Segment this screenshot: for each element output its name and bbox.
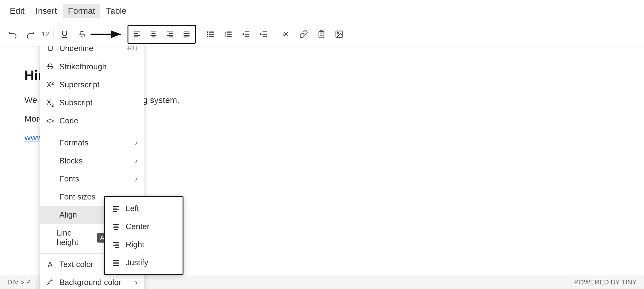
fonts-label: Fonts (59, 174, 79, 184)
svg-rect-50 (113, 207, 117, 208)
background-color-icon: 🖍 (46, 279, 54, 286)
svg-rect-64 (113, 265, 119, 266)
align-left-label: Left (126, 204, 139, 213)
align-right-toolbar-btn[interactable] (162, 26, 178, 42)
svg-rect-34 (245, 36, 250, 37)
align-buttons-group (128, 25, 196, 44)
svg-rect-53 (113, 224, 119, 225)
history-count: 12 (40, 30, 50, 38)
svg-rect-29 (227, 31, 232, 33)
align-right-item[interactable]: Right (105, 236, 183, 254)
formats-arrow: › (135, 138, 138, 148)
subscript-label: Subscript (59, 98, 92, 108)
subscript-icon: X2 (46, 98, 54, 108)
bullet-list-toolbar-btn[interactable] (202, 26, 218, 42)
svg-rect-49 (113, 206, 119, 207)
format-fonts-item[interactable]: Fonts › (40, 170, 144, 188)
link-toolbar-btn[interactable] (296, 26, 312, 42)
svg-rect-9 (152, 33, 156, 34)
undo-button[interactable] (5, 26, 21, 42)
align-center-icon (111, 223, 121, 231)
svg-rect-4 (134, 31, 140, 32)
numbered-list-toolbar-btn[interactable]: 1. 2. 3. (220, 26, 236, 42)
align-justify-icon (111, 259, 121, 267)
svg-rect-52 (113, 211, 117, 212)
formats-label: Formats (59, 138, 88, 148)
underline-shortcut: ⌘U (126, 46, 138, 52)
svg-rect-57 (113, 242, 119, 243)
blocks-label: Blocks (59, 156, 83, 166)
align-left-toolbar-btn[interactable] (129, 26, 145, 42)
align-center-label: Center (126, 222, 150, 231)
format-blocks-item[interactable]: Blocks › (40, 152, 144, 170)
superscript-icon: X2 (46, 81, 54, 89)
format-formats-item[interactable]: Formats › (40, 134, 144, 152)
svg-rect-13 (169, 33, 173, 34)
image-toolbar-btn[interactable] (331, 26, 347, 42)
underline-label: Underline (59, 46, 93, 53)
redo-button[interactable] (23, 26, 39, 42)
menu-format[interactable]: Format (63, 4, 100, 18)
svg-rect-23 (209, 31, 214, 33)
powered-by: POWERED BY TINY (574, 278, 637, 286)
align-left-icon (111, 205, 121, 213)
svg-rect-10 (151, 35, 157, 36)
background-color-arrow: › (135, 278, 138, 287)
font-sizes-label: Font sizes (59, 192, 96, 202)
format-subscript-item[interactable]: X2 Subscript (40, 94, 144, 112)
format-superscript-item[interactable]: X2 Superscript (40, 76, 144, 94)
underline-toolbar-btn[interactable] (57, 26, 72, 42)
align-justify-label: Justify (126, 258, 148, 267)
blocks-arrow: › (135, 156, 138, 166)
menu-edit[interactable]: Edit (5, 4, 29, 18)
format-underline-item[interactable]: U Underline ⌘U (40, 46, 144, 57)
svg-rect-11 (152, 36, 156, 37)
svg-rect-25 (209, 36, 214, 37)
svg-rect-59 (113, 245, 119, 246)
svg-rect-55 (113, 227, 119, 228)
strikethrough-toolbar-btn[interactable] (74, 26, 90, 42)
align-center-item[interactable]: Center (105, 218, 183, 236)
align-left-item[interactable]: Left (105, 199, 183, 218)
svg-rect-61 (113, 260, 119, 261)
align-label: Align (59, 210, 77, 220)
svg-rect-24 (209, 34, 214, 35)
toolbar-sep-1 (53, 28, 54, 40)
strikethrough-label: Strikethrough (59, 62, 107, 71)
clipboard-toolbar-btn[interactable] (313, 26, 329, 42)
svg-rect-38 (263, 36, 267, 37)
indent-toolbar-btn[interactable] (256, 26, 272, 42)
editor-wrapper: Edit Insert Format Table 12 (0, 0, 644, 289)
svg-marker-39 (260, 33, 262, 35)
remove-format-toolbar-btn[interactable]: I (278, 26, 294, 42)
format-code-item[interactable]: <> Code (40, 112, 144, 130)
svg-rect-33 (245, 34, 250, 35)
underline-icon: U (46, 46, 54, 53)
svg-rect-37 (263, 34, 267, 35)
svg-rect-60 (115, 247, 119, 248)
toolbar-sep-3 (275, 28, 275, 40)
svg-rect-31 (227, 36, 232, 37)
svg-rect-17 (184, 33, 190, 34)
align-right-label: Right (126, 240, 144, 249)
align-justify-item[interactable]: Justify (105, 254, 183, 272)
svg-rect-18 (184, 35, 190, 36)
align-submenu: Left Center (104, 196, 183, 275)
menu-insert[interactable]: Insert (31, 4, 62, 18)
svg-point-21 (207, 33, 209, 35)
menu-bar: Edit Insert Format Table (0, 0, 644, 22)
svg-rect-8 (151, 31, 157, 32)
outdent-toolbar-btn[interactable] (238, 26, 254, 42)
format-strikethrough-item[interactable]: S Strikethrough (40, 57, 144, 76)
toolbar-sep-2 (199, 28, 199, 40)
svg-rect-36 (263, 31, 267, 32)
line-height-label: Line height (57, 228, 94, 247)
svg-text:I: I (283, 33, 284, 37)
menu-table[interactable]: Table (101, 4, 131, 18)
align-center-toolbar-btn[interactable] (146, 26, 161, 42)
code-label: Code (59, 116, 78, 126)
svg-rect-12 (167, 31, 173, 32)
align-right-icon (111, 241, 121, 249)
format-background-color-item[interactable]: 🖍 Background color › (40, 273, 144, 289)
align-justify-toolbar-btn[interactable] (179, 26, 194, 42)
